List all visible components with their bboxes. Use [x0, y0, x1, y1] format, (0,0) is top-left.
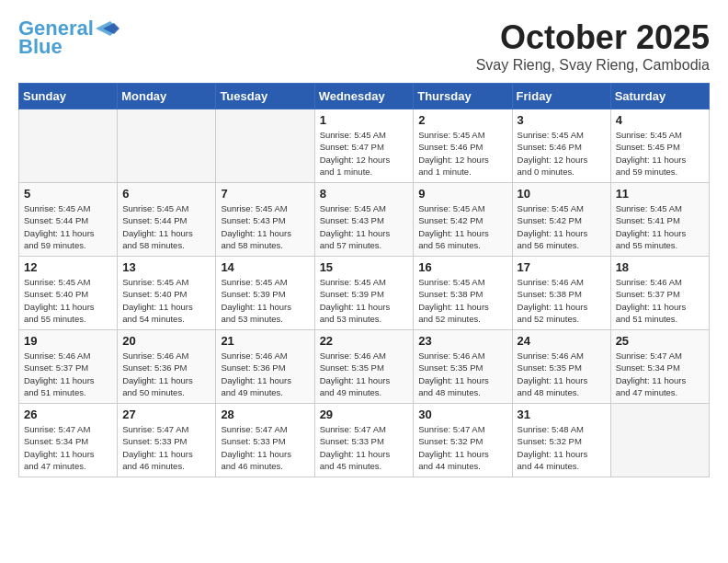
day-info: Sunrise: 5:47 AM Sunset: 5:33 PM Dayligh… [221, 423, 309, 472]
calendar-day: 15Sunrise: 5:45 AM Sunset: 5:39 PM Dayli… [314, 257, 414, 330]
day-number: 17 [518, 260, 606, 274]
day-number: 26 [24, 408, 112, 421]
calendar-day: 2Sunrise: 5:45 AM Sunset: 5:46 PM Daylig… [414, 109, 512, 183]
calendar-day: 9Sunrise: 5:45 AM Sunset: 5:42 PM Daylig… [414, 183, 512, 257]
calendar-day: 27Sunrise: 5:47 AM Sunset: 5:33 PM Dayli… [118, 404, 216, 477]
day-info: Sunrise: 5:45 AM Sunset: 5:40 PM Dayligh… [122, 276, 210, 325]
day-info: Sunrise: 5:45 AM Sunset: 5:46 PM Dayligh… [518, 129, 606, 178]
calendar-day [118, 109, 216, 183]
day-info: Sunrise: 5:48 AM Sunset: 5:32 PM Dayligh… [518, 423, 606, 472]
day-info: Sunrise: 5:45 AM Sunset: 5:38 PM Dayligh… [418, 276, 506, 325]
day-number: 3 [518, 113, 606, 127]
day-info: Sunrise: 5:45 AM Sunset: 5:43 PM Dayligh… [221, 202, 309, 251]
calendar-body: 1Sunrise: 5:45 AM Sunset: 5:47 PM Daylig… [19, 109, 710, 477]
day-info: Sunrise: 5:46 AM Sunset: 5:35 PM Dayligh… [518, 350, 606, 398]
day-info: Sunrise: 5:45 AM Sunset: 5:47 PM Dayligh… [320, 129, 409, 178]
logo: General Blue [18, 18, 119, 59]
day-number: 30 [418, 408, 506, 421]
calendar-day: 4Sunrise: 5:45 AM Sunset: 5:45 PM Daylig… [610, 109, 709, 183]
calendar-day: 5Sunrise: 5:45 AM Sunset: 5:44 PM Daylig… [19, 183, 118, 257]
calendar-week-4: 19Sunrise: 5:46 AM Sunset: 5:37 PM Dayli… [19, 330, 710, 404]
day-number: 11 [616, 187, 704, 201]
day-info: Sunrise: 5:47 AM Sunset: 5:34 PM Dayligh… [24, 423, 112, 472]
day-number: 7 [221, 187, 309, 201]
day-number: 31 [518, 408, 606, 421]
weekday-header-thursday: Thursday [414, 84, 512, 109]
day-info: Sunrise: 5:47 AM Sunset: 5:33 PM Dayligh… [122, 423, 210, 472]
weekday-header-sunday: Sunday [19, 84, 118, 109]
calendar-day: 10Sunrise: 5:45 AM Sunset: 5:42 PM Dayli… [512, 183, 610, 257]
day-info: Sunrise: 5:45 AM Sunset: 5:39 PM Dayligh… [221, 276, 309, 325]
day-info: Sunrise: 5:45 AM Sunset: 5:44 PM Dayligh… [122, 202, 210, 251]
calendar-week-1: 1Sunrise: 5:45 AM Sunset: 5:47 PM Daylig… [19, 109, 710, 183]
day-info: Sunrise: 5:46 AM Sunset: 5:36 PM Dayligh… [122, 350, 210, 398]
day-number: 19 [24, 334, 112, 348]
calendar-table: SundayMondayTuesdayWednesdayThursdayFrid… [18, 83, 710, 477]
day-info: Sunrise: 5:46 AM Sunset: 5:35 PM Dayligh… [418, 350, 506, 398]
title-block: October 2025 Svay Rieng, Svay Rieng, Cam… [476, 18, 710, 74]
day-info: Sunrise: 5:45 AM Sunset: 5:46 PM Dayligh… [418, 129, 506, 178]
day-number: 13 [122, 260, 210, 274]
day-number: 5 [24, 187, 112, 201]
weekday-header-friday: Friday [512, 84, 610, 109]
day-number: 28 [221, 408, 309, 421]
day-info: Sunrise: 5:47 AM Sunset: 5:33 PM Dayligh… [320, 423, 409, 472]
day-number: 16 [418, 260, 506, 274]
day-number: 24 [518, 334, 606, 348]
calendar-day: 14Sunrise: 5:45 AM Sunset: 5:39 PM Dayli… [216, 257, 314, 330]
day-number: 1 [320, 113, 409, 127]
day-number: 27 [122, 408, 210, 421]
calendar-day: 26Sunrise: 5:47 AM Sunset: 5:34 PM Dayli… [19, 404, 118, 477]
calendar-day: 17Sunrise: 5:46 AM Sunset: 5:38 PM Dayli… [512, 257, 610, 330]
calendar-day [19, 109, 118, 183]
calendar-day: 24Sunrise: 5:46 AM Sunset: 5:35 PM Dayli… [512, 330, 610, 404]
day-info: Sunrise: 5:47 AM Sunset: 5:32 PM Dayligh… [418, 423, 506, 472]
day-info: Sunrise: 5:46 AM Sunset: 5:36 PM Dayligh… [221, 350, 309, 398]
day-info: Sunrise: 5:46 AM Sunset: 5:35 PM Dayligh… [320, 350, 409, 398]
day-info: Sunrise: 5:46 AM Sunset: 5:37 PM Dayligh… [24, 350, 112, 398]
day-number: 14 [221, 260, 309, 274]
day-info: Sunrise: 5:45 AM Sunset: 5:42 PM Dayligh… [518, 202, 606, 251]
day-number: 9 [418, 187, 506, 201]
day-number: 23 [418, 334, 506, 348]
calendar-day: 25Sunrise: 5:47 AM Sunset: 5:34 PM Dayli… [610, 330, 709, 404]
calendar-day [216, 109, 314, 183]
page-header: General Blue October 2025 Svay Rieng, Sv… [18, 18, 710, 74]
weekday-header-saturday: Saturday [610, 84, 709, 109]
calendar-week-2: 5Sunrise: 5:45 AM Sunset: 5:44 PM Daylig… [19, 183, 710, 257]
day-info: Sunrise: 5:46 AM Sunset: 5:37 PM Dayligh… [616, 276, 704, 325]
day-info: Sunrise: 5:45 AM Sunset: 5:40 PM Dayligh… [24, 276, 112, 325]
calendar-day: 22Sunrise: 5:46 AM Sunset: 5:35 PM Dayli… [314, 330, 414, 404]
calendar-day: 29Sunrise: 5:47 AM Sunset: 5:33 PM Dayli… [314, 404, 414, 477]
day-info: Sunrise: 5:47 AM Sunset: 5:34 PM Dayligh… [616, 350, 704, 398]
month-title: October 2025 [476, 18, 710, 57]
calendar-day: 18Sunrise: 5:46 AM Sunset: 5:37 PM Dayli… [610, 257, 709, 330]
day-info: Sunrise: 5:45 AM Sunset: 5:45 PM Dayligh… [616, 129, 704, 178]
weekday-header-row: SundayMondayTuesdayWednesdayThursdayFrid… [19, 84, 710, 109]
day-number: 18 [616, 260, 704, 274]
day-number: 20 [122, 334, 210, 348]
calendar-day: 19Sunrise: 5:46 AM Sunset: 5:37 PM Dayli… [19, 330, 118, 404]
day-number: 25 [616, 334, 704, 348]
day-number: 2 [418, 113, 506, 127]
calendar-day: 11Sunrise: 5:45 AM Sunset: 5:41 PM Dayli… [610, 183, 709, 257]
calendar-day: 7Sunrise: 5:45 AM Sunset: 5:43 PM Daylig… [216, 183, 314, 257]
calendar-day: 12Sunrise: 5:45 AM Sunset: 5:40 PM Dayli… [19, 257, 118, 330]
day-info: Sunrise: 5:45 AM Sunset: 5:43 PM Dayligh… [320, 202, 409, 251]
calendar-day: 6Sunrise: 5:45 AM Sunset: 5:44 PM Daylig… [118, 183, 216, 257]
day-number: 8 [320, 187, 409, 201]
day-number: 10 [518, 187, 606, 201]
calendar-day: 30Sunrise: 5:47 AM Sunset: 5:32 PM Dayli… [414, 404, 512, 477]
calendar-week-3: 12Sunrise: 5:45 AM Sunset: 5:40 PM Dayli… [19, 257, 710, 330]
location-subtitle: Svay Rieng, Svay Rieng, Cambodia [476, 57, 710, 74]
calendar-day: 28Sunrise: 5:47 AM Sunset: 5:33 PM Dayli… [216, 404, 314, 477]
calendar-day: 16Sunrise: 5:45 AM Sunset: 5:38 PM Dayli… [414, 257, 512, 330]
calendar-day: 1Sunrise: 5:45 AM Sunset: 5:47 PM Daylig… [314, 109, 414, 183]
day-number: 29 [320, 408, 409, 421]
calendar-day: 23Sunrise: 5:46 AM Sunset: 5:35 PM Dayli… [414, 330, 512, 404]
day-number: 12 [24, 260, 112, 274]
calendar-day: 13Sunrise: 5:45 AM Sunset: 5:40 PM Dayli… [118, 257, 216, 330]
calendar-day: 3Sunrise: 5:45 AM Sunset: 5:46 PM Daylig… [512, 109, 610, 183]
weekday-header-monday: Monday [118, 84, 216, 109]
day-number: 15 [320, 260, 409, 274]
